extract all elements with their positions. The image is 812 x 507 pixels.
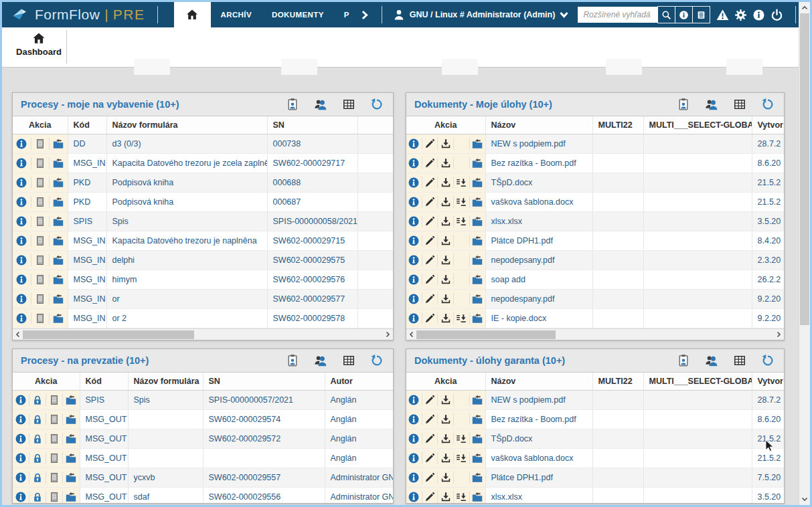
info-icon[interactable] xyxy=(16,197,27,207)
column-header-akcia[interactable]: Akcia xyxy=(13,373,80,391)
column-header-n-zov[interactable]: Názov xyxy=(485,373,592,391)
pencil-icon[interactable] xyxy=(424,138,435,149)
pencil-icon[interactable] xyxy=(424,294,435,304)
refresh-icon[interactable] xyxy=(370,98,384,111)
column-header-n-zov-formul-ra[interactable]: Názov formulára xyxy=(128,373,203,391)
info-icon[interactable] xyxy=(16,216,27,227)
download-lines-icon[interactable] xyxy=(456,216,467,227)
folder-icon[interactable] xyxy=(472,433,483,444)
menu-item-dokumenty[interactable]: DOKUMENTY xyxy=(262,11,334,19)
pencil-icon[interactable] xyxy=(424,235,435,246)
gear-icon[interactable] xyxy=(734,9,747,21)
folder-icon[interactable] xyxy=(472,395,483,405)
lock-icon[interactable] xyxy=(32,395,43,405)
download-icon[interactable] xyxy=(440,255,451,266)
doc-icon[interactable] xyxy=(35,313,46,324)
info-icon[interactable] xyxy=(16,274,27,285)
folder-icon[interactable] xyxy=(66,472,76,483)
doc-icon[interactable] xyxy=(49,492,60,502)
doc-icon[interactable] xyxy=(35,255,46,266)
info-icon[interactable] xyxy=(408,414,419,425)
download-icon[interactable] xyxy=(440,177,451,188)
folder-icon[interactable] xyxy=(66,414,76,425)
folder-icon[interactable] xyxy=(53,255,64,266)
download-icon[interactable] xyxy=(440,158,451,169)
folder-icon[interactable] xyxy=(66,492,76,502)
download-lines-icon[interactable] xyxy=(456,492,467,502)
download-lines-icon[interactable] xyxy=(456,177,467,188)
info-icon[interactable] xyxy=(16,235,27,246)
info-icon[interactable] xyxy=(408,433,419,444)
column-header-n-zov[interactable]: Názov xyxy=(485,116,592,134)
scroll-up-button[interactable] xyxy=(799,3,810,13)
pencil-icon[interactable] xyxy=(424,197,435,207)
info-icon[interactable] xyxy=(408,158,419,169)
lock-icon[interactable] xyxy=(32,492,43,502)
column-header-multi22[interactable]: MULTI22 xyxy=(592,373,643,391)
info-icon[interactable] xyxy=(408,395,419,405)
horizontal-scrollbar[interactable] xyxy=(13,328,393,340)
grid-icon[interactable] xyxy=(342,98,355,111)
menu-item-arch-v[interactable]: ARCHÍV xyxy=(211,11,262,19)
pencil-icon[interactable] xyxy=(424,492,435,502)
doc-icon[interactable] xyxy=(49,395,60,405)
grid-icon[interactable] xyxy=(342,354,355,367)
column-header-autor[interactable]: Autor xyxy=(325,373,393,391)
folder-icon[interactable] xyxy=(472,235,483,246)
download-lines-icon[interactable] xyxy=(456,453,467,464)
column-header-akcia[interactable]: Akcia xyxy=(13,116,68,134)
clipboard-user-icon[interactable] xyxy=(286,98,299,111)
download-icon[interactable] xyxy=(440,433,451,444)
info-icon[interactable] xyxy=(408,255,419,266)
users-icon[interactable] xyxy=(705,354,718,367)
folder-icon[interactable] xyxy=(472,274,483,285)
doc-icon[interactable] xyxy=(35,177,46,188)
info-icon[interactable] xyxy=(16,313,27,324)
info-icon[interactable] xyxy=(15,433,26,444)
download-lines-icon[interactable] xyxy=(456,433,467,444)
download-icon[interactable] xyxy=(440,294,451,304)
info-icon[interactable] xyxy=(408,216,419,227)
column-header-akcia[interactable]: Akcia xyxy=(406,116,485,134)
pencil-icon[interactable] xyxy=(424,395,435,405)
download-icon[interactable] xyxy=(440,138,451,149)
doc-icon[interactable] xyxy=(35,216,46,227)
clipboard-user-icon[interactable] xyxy=(677,98,690,111)
download-icon[interactable] xyxy=(440,395,451,405)
info-icon[interactable] xyxy=(408,274,419,285)
folder-icon[interactable] xyxy=(66,453,76,464)
info-icon[interactable] xyxy=(16,138,27,149)
download-lines-icon[interactable] xyxy=(456,197,467,207)
scrollbar-thumb[interactable] xyxy=(416,330,556,339)
download-icon[interactable] xyxy=(440,197,451,207)
grid-icon[interactable] xyxy=(733,354,746,367)
doc-icon[interactable] xyxy=(35,197,46,207)
folder-icon[interactable] xyxy=(66,433,76,444)
search-button[interactable] xyxy=(657,6,675,23)
download-icon[interactable] xyxy=(440,453,451,464)
scroll-right-button[interactable] xyxy=(383,329,392,340)
info-icon[interactable] xyxy=(15,414,26,425)
folder-icon[interactable] xyxy=(53,216,64,227)
menu-overflow-button[interactable] xyxy=(359,10,370,20)
grid-icon[interactable] xyxy=(733,98,746,111)
info-icon[interactable] xyxy=(408,138,419,149)
info-icon[interactable] xyxy=(408,472,419,483)
download-icon[interactable] xyxy=(440,472,451,483)
scroll-left-button[interactable] xyxy=(407,329,416,340)
info-icon[interactable] xyxy=(408,313,419,324)
column-header-vytvor[interactable]: Vytvor xyxy=(752,116,784,134)
scrollbar-thumb[interactable] xyxy=(800,13,809,325)
refresh-icon[interactable] xyxy=(370,354,384,367)
pencil-icon[interactable] xyxy=(424,433,435,444)
download-icon[interactable] xyxy=(440,313,451,324)
column-header-multi-select-global[interactable]: MULTI___SELECT-GLOBAL xyxy=(643,373,752,391)
user-menu[interactable]: GNU / Linux # Administrator (Admin) xyxy=(393,9,570,21)
folder-icon[interactable] xyxy=(53,235,64,246)
search-input[interactable] xyxy=(578,7,658,23)
folder-icon[interactable] xyxy=(472,158,483,169)
folder-icon[interactable] xyxy=(53,274,64,285)
pencil-icon[interactable] xyxy=(424,313,435,324)
pencil-icon[interactable] xyxy=(424,414,435,425)
column-header-sn[interactable]: SN xyxy=(267,116,357,134)
